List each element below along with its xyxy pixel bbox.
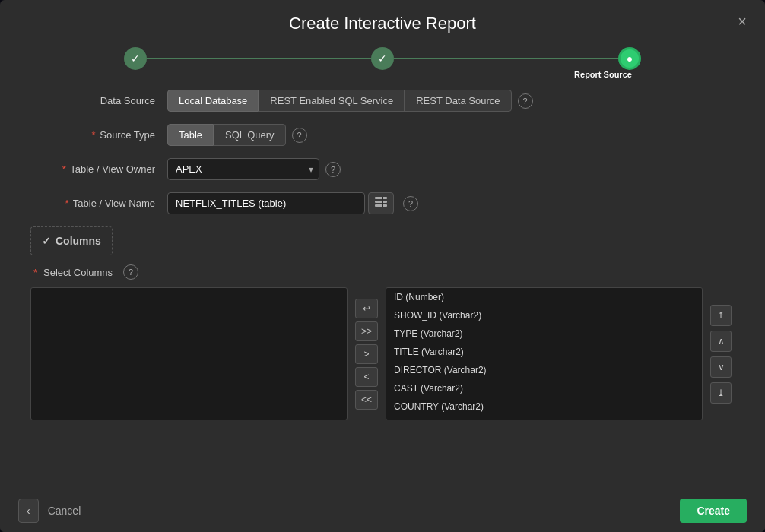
step-2-check: ✓ — [378, 52, 387, 65]
name-input-group: ? — [167, 192, 418, 214]
step-1-circle: ✓ — [124, 47, 147, 70]
cancel-button[interactable]: Cancel — [45, 499, 84, 522]
sort-down-button[interactable]: ∨ — [710, 356, 732, 378]
steps-container: ✓ ✓ ● Report Source — [0, 41, 765, 82]
data-source-label: Data Source — [30, 95, 167, 106]
selected-columns-list[interactable] — [30, 287, 348, 420]
svg-rect-3 — [382, 197, 383, 207]
step-3-dot: ● — [627, 52, 633, 65]
table-view-name-input[interactable] — [167, 192, 365, 214]
owner-label-text: Table / View Owner — [70, 163, 155, 175]
columns-section-toggle[interactable]: ✓ Columns — [30, 226, 113, 255]
table-tab[interactable]: Table — [167, 124, 214, 146]
list-item[interactable]: DIRECTOR (Varchar2) — [386, 361, 702, 379]
dialog-title: Create Interactive Report — [289, 14, 476, 33]
table-view-owner-row: * Table / View Owner APEX ▾ ? — [30, 158, 735, 180]
table-view-owner-label: * Table / View Owner — [30, 163, 167, 175]
steps-row: ✓ ✓ ● — [124, 47, 641, 70]
sort-up-button[interactable]: ∧ — [710, 331, 732, 352]
step-2-circle: ✓ — [371, 47, 394, 70]
list-item[interactable]: CAST (Varchar2) — [386, 379, 702, 397]
table-picker-button[interactable] — [368, 192, 394, 214]
list-item[interactable]: TITLE (Varchar2) — [386, 343, 702, 361]
owner-help-icon[interactable]: ? — [325, 162, 341, 177]
table-view-name-label: * Table / View Name — [30, 198, 167, 209]
transfer-arrows: ↩ >> > < << — [352, 287, 381, 420]
sql-query-tab[interactable]: SQL Query — [214, 124, 286, 146]
data-source-btn-group: Local Database REST Enabled SQL Service … — [167, 90, 512, 112]
svg-rect-2 — [375, 204, 387, 207]
dialog-content: Data Source Local Database REST Enabled … — [0, 82, 765, 435]
create-report-dialog: Create Interactive Report × ✓ ✓ — [0, 0, 765, 532]
move-right-button[interactable]: > — [355, 344, 378, 364]
select-cols-help[interactable]: ? — [123, 264, 138, 280]
data-source-row: Data Source Local Database REST Enabled … — [30, 90, 735, 112]
create-button[interactable]: Create — [680, 499, 747, 523]
step-line-2 — [394, 58, 618, 59]
step-1-check: ✓ — [131, 52, 140, 65]
local-database-tab[interactable]: Local Database — [167, 90, 259, 112]
list-item[interactable]: ID (Number) — [386, 288, 702, 306]
dialog-scroll-area[interactable]: Data Source Local Database REST Enabled … — [0, 82, 765, 489]
source-type-help-icon[interactable]: ? — [292, 128, 307, 143]
select-cols-required: * — [33, 267, 37, 278]
list-item[interactable]: TYPE (Varchar2) — [386, 325, 702, 343]
move-left-button[interactable]: < — [355, 367, 378, 387]
name-label-text: Table / View Name — [73, 198, 155, 209]
list-item[interactable]: COUNTRY (Varchar2) — [386, 397, 702, 416]
name-required-star: * — [65, 198, 68, 209]
svg-rect-1 — [375, 201, 387, 203]
owner-select-wrapper: APEX ▾ — [167, 158, 319, 180]
select-columns-label-row: * Select Columns ? — [33, 264, 735, 280]
move-all-left-button[interactable]: << — [355, 390, 378, 410]
prev-button[interactable]: ‹ — [18, 499, 39, 523]
owner-required-star: * — [62, 163, 66, 175]
list-item[interactable]: SHOW_ID (Varchar2) — [386, 306, 702, 325]
rest-enabled-sql-tab[interactable]: REST Enabled SQL Service — [259, 90, 405, 112]
sort-bottom-button[interactable]: ⤓ — [710, 382, 732, 404]
dialog-header: Create Interactive Report × — [0, 0, 765, 41]
source-type-row: * Source Type Table SQL Query ? — [30, 124, 735, 146]
dialog-footer: ‹ Cancel Create — [0, 489, 765, 532]
footer-left: ‹ Cancel — [18, 499, 84, 523]
svg-rect-0 — [375, 197, 387, 199]
source-type-required: * — [92, 129, 96, 141]
source-type-text: Source Type — [100, 129, 155, 141]
step-3-label: Report Source — [565, 70, 641, 79]
move-all-right-button[interactable]: >> — [355, 321, 378, 341]
step-3-circle: ● — [618, 47, 641, 70]
data-source-help-icon[interactable]: ? — [518, 93, 533, 109]
table-view-name-row: * Table / View Name — [30, 192, 735, 214]
select-cols-text: Select Columns — [43, 267, 113, 278]
move-back-button[interactable]: ↩ — [355, 299, 378, 318]
columns-toggle-chevron: ✓ — [42, 235, 51, 247]
owner-select[interactable]: APEX — [167, 158, 319, 180]
sort-arrows: ⤒ ∧ ∨ ⤓ — [707, 287, 735, 420]
list-item[interactable]: DATE_ADDED (Varchar2) — [386, 416, 702, 420]
name-help-icon[interactable]: ? — [403, 196, 418, 211]
source-type-btn-group: Table SQL Query — [167, 124, 286, 146]
dialog-overlay: Create Interactive Report × ✓ ✓ — [0, 0, 765, 532]
close-button[interactable]: × — [732, 11, 753, 32]
step-line-1 — [147, 58, 371, 59]
columns-section-title: Columns — [56, 235, 101, 247]
available-columns-list[interactable]: ID (Number)SHOW_ID (Varchar2)TYPE (Varch… — [386, 287, 703, 420]
sort-top-button[interactable]: ⤒ — [710, 305, 732, 326]
rest-data-source-tab[interactable]: REST Data Source — [405, 90, 511, 112]
source-type-label: * Source Type — [30, 129, 167, 141]
columns-picker: ↩ >> > < << ID (Number)SHOW_ID (Varchar2… — [30, 287, 735, 420]
